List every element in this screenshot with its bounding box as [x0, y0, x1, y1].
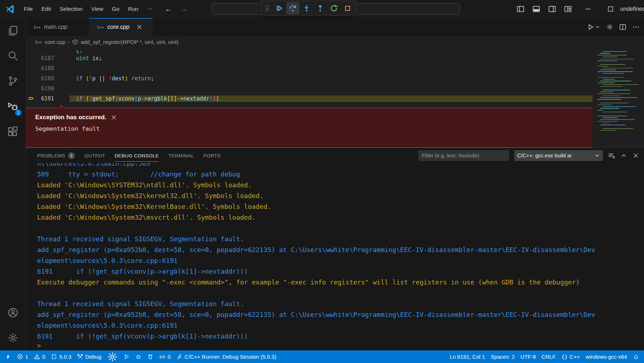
- tab-label: core.cpp: [107, 24, 129, 30]
- console-line: [37, 288, 644, 299]
- run-or-debug-button[interactable]: [587, 23, 600, 31]
- minimap[interactable]: [596, 48, 639, 148]
- clear-console-icon[interactable]: [608, 152, 615, 159]
- statusbar-errors-count[interactable]: 1: [14, 350, 31, 363]
- restart-button-icon[interactable]: [327, 2, 340, 14]
- close-icon[interactable]: [111, 114, 117, 121]
- panel-tab-ports[interactable]: PORTS: [204, 148, 221, 163]
- error-icon: [17, 354, 23, 360]
- sidebar-item-run-and-debug[interactable]: 1: [0, 94, 26, 119]
- tab-core.cpp[interactable]: C++core.cpp: [89, 18, 153, 36]
- tab-main.cpp[interactable]: C++main.cpp: [26, 18, 89, 36]
- line-number: 6189: [26, 75, 54, 82]
- menu-file[interactable]: File: [19, 6, 37, 12]
- close-tab-icon[interactable]: [136, 24, 143, 30]
- minimize-button[interactable]: [577, 0, 599, 18]
- sidebar-item-accounts[interactable]: [0, 300, 26, 325]
- panel-tab-debug-console[interactable]: DEBUG CONSOLE: [115, 148, 159, 163]
- continue-button-icon[interactable]: [273, 2, 286, 14]
- editor-code-area[interactable]: };6187 uint ix;61886189 if (!p || !dest)…: [26, 48, 644, 148]
- menu-run[interactable]: Run: [124, 6, 142, 12]
- breadcrumb-symbol[interactable]: add_spf_register(RPOP *, uint, uint, uin…: [81, 39, 179, 45]
- chevron-down-icon: [595, 24, 600, 30]
- console-line: [37, 223, 644, 234]
- minimap-line: [600, 53, 610, 54]
- settings-gear-icon[interactable]: [607, 24, 613, 30]
- statusbar-runner-debug[interactable]: [133, 350, 144, 363]
- minimap-line: [598, 99, 621, 100]
- close-panel-icon[interactable]: [632, 152, 639, 159]
- debug-task-dropdown[interactable]: C/C++: gcc.exe build ar: [514, 150, 603, 161]
- console-input-prompt[interactable]: >: [26, 342, 644, 350]
- gear-icon: [8, 332, 18, 343]
- status-bar: 105.0.3Debug0C/C++ Runner: Debug Session…: [0, 350, 644, 363]
- maximize-button[interactable]: [599, 0, 622, 18]
- stop-button-icon[interactable]: [341, 2, 354, 14]
- navigate-back-icon[interactable]: ←: [165, 5, 172, 13]
- bottom-panel: PROBLEMS1OUTPUTDEBUG CONSOLETERMINALPORT…: [26, 148, 644, 350]
- minimap-line: [603, 106, 636, 107]
- toggle-panel-icon[interactable]: [532, 5, 540, 13]
- panel-tab-terminal[interactable]: TERMINAL: [168, 148, 194, 163]
- toggle-secondary-sidebar-icon[interactable]: [548, 5, 556, 13]
- step-out-button-icon[interactable]: [314, 2, 327, 14]
- statusbar-language-mode[interactable]: {}C++: [559, 350, 583, 363]
- statusbar-warnings-count[interactable]: 0: [31, 350, 48, 363]
- close-window-button[interactable]: undefined: [622, 0, 644, 18]
- sidebar-item-settings[interactable]: [0, 325, 26, 350]
- breadcrumb: C++ core.cpp › add_spf_register(RPOP *, …: [26, 36, 644, 48]
- statusbar-cursor-position[interactable]: Ln 6191, Col 1: [447, 350, 488, 363]
- navigate-forward-icon[interactable]: →: [180, 5, 188, 13]
- warn-icon: [34, 354, 40, 360]
- symbol-method-icon: [72, 39, 78, 45]
- panel-tab-output[interactable]: OUTPUT: [84, 148, 105, 163]
- sidebar-item-source-control[interactable]: [0, 68, 26, 94]
- minimap-line: [598, 116, 627, 116]
- code-line: };: [26, 48, 644, 53]
- sidebar-item-extensions[interactable]: [0, 119, 26, 144]
- exception-title: Exception has occurred.: [35, 114, 106, 121]
- panel-tab-problems[interactable]: PROBLEMS1: [37, 148, 75, 163]
- debug-console-output[interactable]: nt\sources\5.0.3\main.cpp:509509 tty = s…: [26, 163, 644, 342]
- minimap-line: [598, 93, 630, 94]
- breadcrumb-file[interactable]: core.cpp: [45, 39, 66, 45]
- statusbar-project-manager[interactable]: 5.0.3: [48, 350, 74, 363]
- extensions-icon: [8, 126, 18, 137]
- console-filter-input[interactable]: [418, 150, 509, 161]
- sidebar-item-explorer[interactable]: [0, 18, 26, 43]
- customize-layout-icon[interactable]: [564, 5, 572, 13]
- remote-icon: [5, 354, 11, 360]
- statusbar-right: Ln 6191, Col 1Spaces: 2UTF-8CRLF{}C++win…: [447, 350, 642, 363]
- console-line: Thread 1 received signal SIGSEGV, Segmen…: [37, 234, 644, 245]
- step-over-button-icon[interactable]: [286, 2, 299, 14]
- statusbar-runner-play[interactable]: [121, 350, 133, 363]
- statusbar-encoding[interactable]: UTF-8: [518, 350, 539, 363]
- braces-icon: {}: [562, 354, 568, 360]
- step-into-button-icon[interactable]: [300, 2, 313, 14]
- more-actions-icon[interactable]: [632, 23, 640, 31]
- panel-tab-label: OUTPUT: [84, 153, 105, 158]
- split-editor-icon[interactable]: [619, 23, 626, 31]
- sidebar-item-search[interactable]: [0, 43, 26, 68]
- statusbar-build-config[interactable]: Debug: [74, 350, 104, 363]
- statusbar-remote-indicator[interactable]: [2, 350, 14, 363]
- menu-more[interactable]: ⋯: [143, 6, 157, 12]
- cpp-file-icon: C++: [35, 39, 42, 45]
- toggle-primary-sidebar-icon[interactable]: [516, 5, 524, 13]
- statusbar-runner-settings[interactable]: [104, 350, 121, 363]
- statusbar-notifications[interactable]: [630, 350, 642, 363]
- menu-go[interactable]: Go: [108, 6, 124, 12]
- maximize-panel-icon[interactable]: [620, 152, 627, 159]
- statusbar-indentation[interactable]: Spaces: 2: [488, 350, 518, 363]
- statusbar-eol-sequence[interactable]: CRLF: [539, 350, 559, 363]
- console-line: Loaded 'C:\Windows\SYSTEM32\ntdll.dll'. …: [37, 180, 644, 191]
- statusbar-debug-session[interactable]: C/C++ Runner: Debug Session (5.0.3): [174, 350, 279, 363]
- menu-edit[interactable]: Edit: [37, 6, 55, 12]
- statusbar-runner-stop[interactable]: [144, 350, 156, 363]
- statusbar-ports-forwarded[interactable]: 0: [156, 350, 173, 363]
- menu-selection[interactable]: Selection: [55, 6, 87, 12]
- debug-toolbar: [260, 1, 357, 15]
- menu-view[interactable]: View: [87, 6, 107, 12]
- statusbar-compiler-target[interactable]: windows-gcc-x64: [583, 350, 630, 363]
- minimap-line: [600, 86, 622, 87]
